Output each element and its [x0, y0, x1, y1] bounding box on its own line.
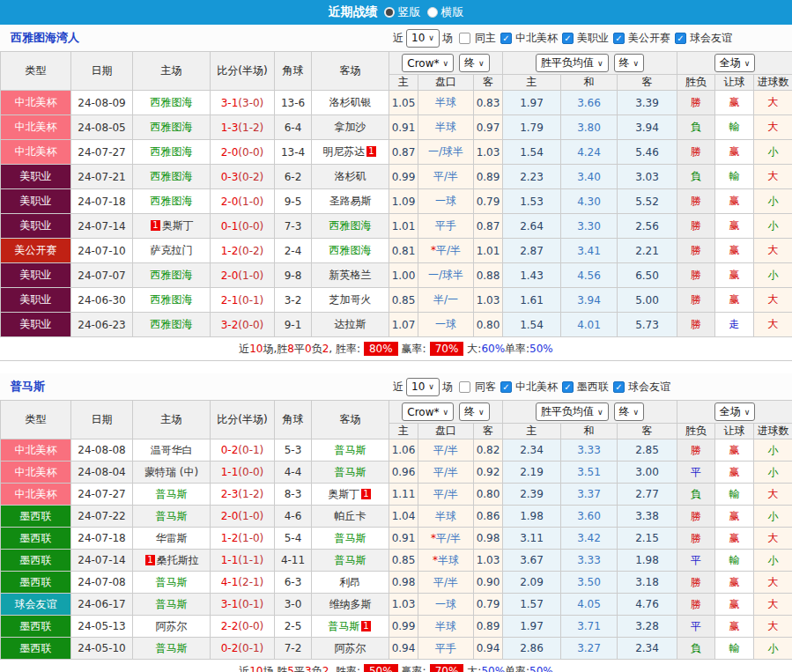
away-team-label: 圣路易斯 [329, 195, 372, 207]
odds-value: 1.04 [392, 510, 416, 522]
column-header: 主场 [133, 401, 211, 439]
league-checkbox[interactable]: ✓ [562, 33, 574, 44]
avg-away-odds: 3.38 [618, 506, 677, 528]
result-label: 走 [729, 318, 740, 330]
odds-stage-select[interactable]: 终∨ [459, 54, 490, 72]
layout-radio-vertical[interactable]: 竖版 [384, 4, 421, 20]
odds-value: 3.27 [577, 642, 601, 654]
league-checkbox[interactable]: ✓ [613, 381, 625, 393]
result-label: 大 [768, 170, 779, 182]
match-date: 24-07-14 [71, 214, 133, 239]
odds-value: 1.03 [477, 554, 500, 566]
handicap-odds-away: 1.03 [474, 288, 503, 313]
result-goals: 大 [754, 239, 792, 263]
home-team-label: 西雅图海 [151, 96, 193, 108]
league-checkbox[interactable]: ✓ [562, 381, 574, 393]
result-wdl: 勝 [677, 239, 715, 263]
chevron-down-icon: ∨ [597, 408, 603, 417]
odds-value: 1.03 [392, 598, 416, 610]
handicap-odds-home: 0.81 [389, 239, 418, 263]
result-label: 小 [768, 554, 779, 566]
home-team-label: 温哥华白 [151, 444, 193, 456]
result-goals: 大 [754, 115, 792, 140]
fulltime-score: 0-3 [221, 171, 239, 183]
result-goals: 小 [754, 214, 792, 239]
avg-away-odds: 3.28 [618, 616, 677, 638]
avg-draw-odds: 3.40 [561, 165, 618, 189]
league-checkbox[interactable]: ✓ [675, 33, 686, 44]
odds-stage-select[interactable]: 终∨ [459, 402, 490, 421]
result-handicap: 輸 [715, 550, 754, 572]
bookmaker-select[interactable]: Crow*∨ [402, 402, 454, 421]
handicap-odds-home: 0.99 [389, 616, 418, 638]
league-checkbox[interactable]: ✓ [613, 33, 625, 44]
recent-count-select[interactable]: 10∨ [406, 378, 440, 396]
league-badge: 墨西联 [1, 638, 71, 660]
avg-draw-odds: 3.80 [561, 115, 618, 140]
match-date: 24-05-10 [71, 638, 133, 660]
away-team: 圣路易斯 [312, 189, 389, 214]
same-venue-checkbox[interactable] [459, 381, 470, 393]
home-team-label: 奥斯丁 [162, 219, 194, 232]
odds-value: 3.60 [577, 510, 601, 522]
avg-draw-odds: 4.24 [561, 140, 618, 165]
bookmaker-select[interactable]: Crow*∨ [402, 54, 454, 72]
radio-selected-icon[interactable] [384, 7, 395, 18]
result-handicap: 赢 [715, 239, 754, 263]
summary-text: 50% [529, 343, 553, 355]
sub-column-header: 客 [618, 424, 677, 439]
odds-value: 0.99 [392, 620, 416, 632]
league-checkbox[interactable]: ✓ [500, 381, 512, 393]
home-team-label: 蒙特瑞 (中) [144, 466, 198, 478]
result-handicap: 赢 [715, 506, 754, 528]
recent-count-select[interactable]: 10∨ [406, 29, 440, 48]
odds-stage-select[interactable]: 终∨ [614, 54, 645, 72]
away-team: 达拉斯 [312, 313, 389, 337]
odds-value: 1.03 [477, 146, 500, 159]
radio-unselected-icon[interactable] [427, 7, 438, 18]
section-pumas: 普马斯 近10∨场同客✓中北美杯✓墨西联✓球会友谊 类型日期主场比分(半场)角球… [0, 373, 792, 672]
odds-value: 3.42 [577, 532, 601, 544]
odds-value: 1.43 [520, 270, 544, 282]
handicap-odds-away: 0.80 [474, 484, 503, 506]
result-goals: 小 [754, 550, 792, 572]
odds-value: 3.66 [577, 97, 601, 109]
league-checkbox[interactable]: ✓ [500, 33, 512, 44]
summary-text: 0 [305, 343, 312, 355]
match-date: 24-07-22 [71, 506, 133, 528]
match-score: 2-3(1-2) [211, 484, 275, 506]
avg-away-odds: 3.00 [618, 462, 677, 484]
league-checkbox-label: 美公开赛 [628, 31, 670, 46]
column-header: 类型 [1, 52, 71, 91]
home-team: 普马斯 [133, 484, 211, 506]
avg-home-odds: 2.64 [503, 214, 561, 239]
match-period-select[interactable]: 全场∨ [714, 54, 756, 72]
odds-stage-select-value: 终 [464, 404, 475, 419]
home-team-label: 华雷斯 [156, 532, 188, 544]
result-label: 赢 [729, 145, 740, 158]
avg-away-odds: 2.85 [618, 439, 677, 462]
result-label: 勝 [691, 195, 701, 207]
match-score: 3-1(3-0) [211, 91, 275, 115]
section-seattle: 西雅图海湾人 近10∨场同主✓中北美杯✓美职业✓美公开赛✓球会友谊 类型日期主场… [0, 25, 792, 361]
layout-radio-horizontal[interactable]: 横版 [427, 4, 464, 20]
odds-value: 0.85 [392, 294, 416, 306]
match-period-select[interactable]: 全场∨ [714, 402, 756, 421]
avg-odds-select[interactable]: 胜平负均值∨ [536, 402, 609, 421]
summary-text: 单率: [505, 664, 529, 672]
odds-value: 0.94 [477, 642, 500, 654]
league-badge: 中北美杯 [1, 484, 71, 506]
league-checkbox-label: 球会友谊 [628, 380, 670, 395]
home-team-label: 普马斯 [156, 488, 188, 500]
odds-stage-select[interactable]: 终∨ [614, 402, 645, 421]
corner-score: 6-4 [275, 115, 312, 140]
same-venue-checkbox[interactable] [459, 33, 470, 44]
away-team-label: 洛杉矶 [335, 170, 366, 182]
avg-home-odds: 1.54 [503, 140, 561, 165]
result-label: 大 [768, 244, 779, 256]
corner-score: 8-3 [275, 484, 312, 506]
fulltime-score: 2-0 [221, 196, 239, 208]
avg-odds-select[interactable]: 胜平负均值∨ [536, 54, 609, 72]
away-team-label: 西雅图海 [329, 244, 372, 256]
match-date: 24-07-10 [71, 239, 133, 263]
